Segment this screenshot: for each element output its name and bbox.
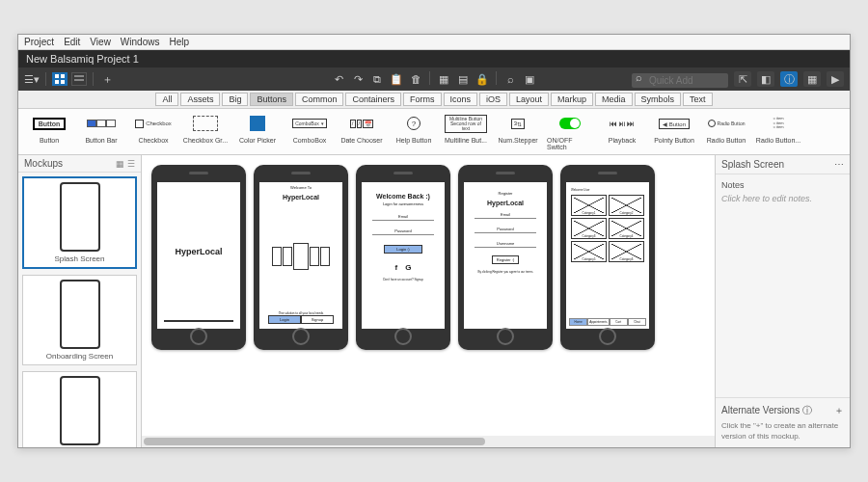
markup-icon[interactable]: ▣ (522, 71, 537, 87)
view-thumbnails-button[interactable] (52, 72, 68, 86)
control-color-picker[interactable]: Color Picker (234, 113, 281, 150)
horizontal-scrollbar[interactable] (142, 436, 715, 447)
svg-rect-1 (61, 74, 65, 78)
menubar: Project Edit View Windows Help (18, 35, 850, 50)
control-button-bar[interactable]: Button Bar (78, 113, 124, 150)
cat-common[interactable]: Common (295, 93, 344, 106)
svg-rect-5 (74, 79, 84, 81)
cat-media[interactable]: Media (595, 93, 633, 106)
add-mockup-button[interactable]: ＋ (99, 71, 115, 87)
control-button[interactable]: ButtonButton (26, 113, 72, 150)
cat-big[interactable]: Big (222, 93, 248, 106)
cat-icons[interactable]: Icons (444, 93, 478, 106)
canvas[interactable]: HyperLocal Welcome To HyperLocal One sol… (142, 155, 715, 436)
menu-project[interactable]: Project (24, 37, 54, 47)
toggle-panel-icon[interactable]: ◧ (757, 71, 774, 87)
mockups-grid-icon[interactable]: ▦ (116, 159, 124, 169)
info-icon[interactable]: ⓘ (780, 71, 798, 87)
view-list-button[interactable] (71, 72, 87, 86)
cat-symbols[interactable]: Symbols (635, 93, 682, 106)
app-window: Project Edit View Windows Help New Balsa… (17, 34, 851, 448)
control-help-button[interactable]: ?Help Button (391, 113, 437, 150)
thumb-login-screen[interactable]: Login Screen (22, 371, 137, 447)
quick-add-input[interactable] (632, 73, 728, 88)
thumb-onboarding-screen[interactable]: Onboarding Screen (22, 275, 137, 365)
cat-markup[interactable]: Markup (551, 93, 593, 106)
settings-icon[interactable]: ▦ (803, 71, 821, 87)
cat-ios[interactable]: iOS (479, 93, 507, 106)
phone-home[interactable]: Welcome User Category1Category2 Category… (560, 165, 655, 350)
notes-label: Notes (721, 180, 844, 190)
import-icon[interactable]: ⇱ (734, 71, 751, 87)
svg-rect-2 (55, 80, 59, 84)
phone-splash[interactable]: HyperLocal (151, 165, 246, 350)
add-alternate-button[interactable]: ＋ (834, 404, 844, 417)
control-playback[interactable]: ⏮⏯⏭Playback (599, 113, 645, 150)
cat-forms[interactable]: Forms (403, 93, 442, 106)
menu-view[interactable]: View (90, 37, 111, 47)
redo-icon[interactable]: ↷ (350, 71, 366, 87)
phone-onboarding[interactable]: Welcome To HyperLocal One solution to al… (254, 165, 348, 350)
menu-edit[interactable]: Edit (64, 37, 80, 47)
cat-buttons[interactable]: Buttons (250, 93, 293, 106)
notes-area[interactable]: Click here to edit notes. (721, 194, 844, 203)
project-title: New Balsamiq Project 1 (18, 50, 850, 67)
group-icon[interactable]: ▦ (436, 71, 451, 87)
control-num-stepper[interactable]: 3 ⇅Num.Stepper (495, 113, 541, 150)
mockups-title: Mockups (24, 158, 63, 169)
right-panel: Splash Screen ⋯ Notes Click here to edit… (715, 155, 850, 447)
control-radio-button-group[interactable]: ○ item○ item○ itemRadio Button... (755, 113, 801, 150)
control-palette: ButtonButton Button Bar CheckboxCheckbox… (18, 109, 850, 155)
menu-icon[interactable]: ☰▾ (24, 71, 40, 87)
paste-icon[interactable]: 📋 (389, 71, 404, 87)
control-combobox[interactable]: ComboBoxComboBox (286, 113, 333, 150)
menu-windows[interactable]: Windows (121, 37, 160, 47)
workspace: Mockups ▦ ☰ Splash Screen Onboarding Scr… (18, 155, 850, 447)
phone-register[interactable]: Register HyperLocal Email Password Usern… (458, 165, 553, 350)
thumb-splash-screen[interactable]: Splash Screen (22, 176, 137, 269)
svg-rect-3 (61, 80, 65, 84)
cat-text[interactable]: Text (683, 93, 713, 106)
panel-menu-icon[interactable]: ⋯ (834, 159, 844, 170)
copy-icon[interactable]: ⧉ (369, 71, 385, 87)
menu-help[interactable]: Help (169, 37, 189, 47)
phone-login[interactable]: Welcome Back :) Login for awesomeness Em… (356, 165, 450, 350)
undo-icon[interactable]: ↶ (331, 71, 346, 87)
mockups-panel: Mockups ▦ ☰ Splash Screen Onboarding Scr… (18, 155, 142, 447)
category-bar: All Assets Big Buttons Common Containers… (18, 91, 850, 109)
quick-add-wrap (632, 70, 728, 88)
svg-rect-0 (55, 74, 59, 78)
cat-containers[interactable]: Containers (345, 93, 401, 106)
svg-rect-4 (74, 75, 84, 77)
cat-all[interactable]: All (155, 93, 178, 106)
control-checkbox[interactable]: CheckboxCheckbox (130, 113, 176, 150)
ungroup-icon[interactable]: ▤ (455, 71, 471, 87)
zoom-icon[interactable]: ⌕ (502, 71, 518, 87)
lock-icon[interactable]: 🔒 (475, 71, 490, 87)
cat-assets[interactable]: Assets (180, 93, 220, 106)
control-date-chooser[interactable]: //📅Date Chooser (339, 113, 385, 150)
alt-help-icon[interactable]: ⓘ (802, 405, 812, 415)
control-checkbox-group[interactable]: Checkbox Gr... (182, 113, 229, 150)
selection-title: Splash Screen (721, 159, 784, 170)
delete-icon[interactable]: 🗑 (408, 71, 423, 87)
mockups-list-icon[interactable]: ☰ (127, 159, 135, 169)
control-onoff-switch[interactable]: ON/OFF Switch (547, 113, 593, 150)
alt-versions-hint: Click the "+" to create an alternate ver… (721, 421, 844, 442)
cat-layout[interactable]: Layout (509, 93, 549, 106)
control-radio-button[interactable]: Radio ButtonRadio Button (703, 113, 749, 150)
control-pointy-button[interactable]: ◀ ButtonPointy Button (651, 113, 697, 150)
alt-versions-label: Alternate Versions (721, 405, 800, 415)
control-multiline-button[interactable]: Multiline ButtonSecond row of textMultil… (443, 113, 489, 150)
fullscreen-icon[interactable]: ▶ (827, 71, 844, 87)
toolbar: ☰▾ ＋ ↶ ↷ ⧉ 📋 🗑 ▦ ▤ 🔒 ⌕ ▣ ⇱ ◧ (18, 67, 850, 91)
